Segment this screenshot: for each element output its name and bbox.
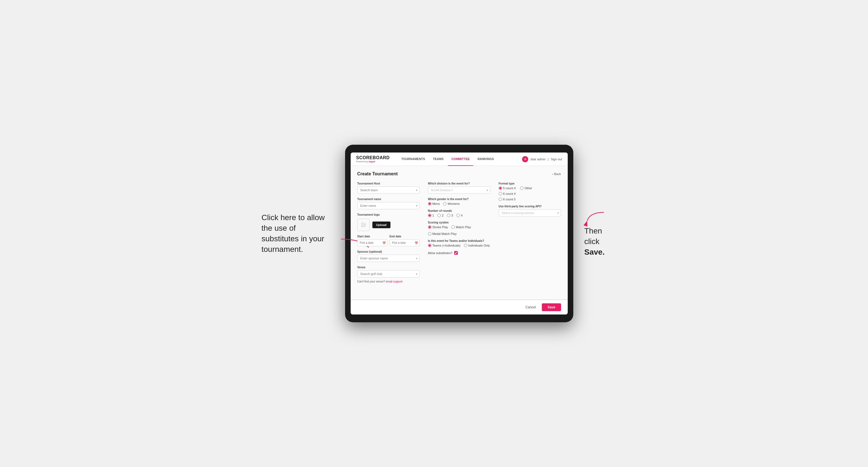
format-5count4-radio[interactable]	[499, 186, 502, 190]
end-date-group: End date 📅	[390, 235, 420, 246]
teams-label: Is this event for Teams and/or Individua…	[428, 239, 490, 242]
cancel-button[interactable]: Cancel	[522, 304, 539, 311]
rounds-1[interactable]: 1	[428, 214, 434, 217]
format-6count4-radio[interactable]	[499, 192, 502, 195]
teams-radio-group: Teams (+Individuals) Individuals Only	[428, 244, 490, 247]
format-options: 5 count 4 Other	[499, 186, 561, 201]
email-support-link[interactable]: email support	[386, 280, 402, 283]
scoring-system-label: Scoring system	[428, 221, 490, 224]
upload-button[interactable]: Upload	[372, 221, 391, 228]
form-section-middle: Which division is the event for? NCAA Di…	[428, 182, 490, 283]
logo-placeholder	[357, 219, 370, 231]
svg-point-2	[362, 224, 363, 224]
rounds-group: Number of rounds 1 2	[428, 209, 490, 217]
division-select[interactable]: NCAA Division I	[428, 186, 490, 194]
rounds-3-radio[interactable]	[447, 214, 450, 217]
sponsor-wrapper	[357, 255, 420, 262]
annotation-right: Then click Save.	[584, 226, 607, 257]
rounds-4[interactable]: 4	[456, 214, 463, 217]
sponsor-group: Sponsor (optional)	[357, 250, 420, 262]
venue-input[interactable]	[357, 270, 420, 278]
format-other[interactable]: Other	[520, 186, 532, 190]
format-6count5-radio[interactable]	[499, 197, 502, 201]
sign-out-link[interactable]: Sign out	[551, 158, 562, 161]
format-row-3: 6 count 5	[499, 197, 561, 201]
nav-committee[interactable]: COMMITTEE	[448, 153, 473, 166]
scoring-match[interactable]: Match Play	[452, 225, 471, 229]
scoring-match-radio[interactable]	[452, 225, 455, 229]
division-group: Which division is the event for? NCAA Di…	[428, 182, 490, 194]
nav-logo: SCOREBOARD Powered by clippd	[356, 155, 390, 163]
tournament-logo-label: Tournament logo	[357, 213, 420, 216]
avatar: B	[522, 156, 528, 162]
venue-label: Venue	[357, 266, 420, 269]
nav-tournaments[interactable]: TOURNAMENTS	[398, 153, 428, 166]
start-date-group: Start date 📅	[357, 235, 388, 246]
page-title: Create Tournament	[357, 172, 398, 177]
tournament-host-group: Tournament Host	[357, 182, 420, 194]
start-date-label: Start date	[357, 235, 388, 238]
venue-wrapper	[357, 270, 420, 278]
end-date-wrapper: 📅	[390, 239, 420, 246]
date-row: Start date 📅 End date	[357, 235, 420, 246]
gender-mens-radio[interactable]	[428, 202, 431, 206]
nav-teams[interactable]: TEAMS	[429, 153, 447, 166]
tournament-host-input[interactable]	[357, 186, 420, 194]
image-icon	[361, 222, 366, 227]
teams-plus-radio[interactable]	[428, 244, 431, 247]
gender-label: Which gender is the event for?	[428, 197, 490, 201]
scoring-stroke-radio[interactable]	[428, 225, 431, 229]
back-link[interactable]: ‹ Back	[552, 172, 561, 176]
rounds-4-radio[interactable]	[456, 214, 460, 217]
individuals-only[interactable]: Individuals Only	[464, 244, 490, 247]
individuals-only-radio[interactable]	[464, 244, 467, 247]
format-6count4[interactable]: 6 count 4	[499, 192, 516, 195]
scoring-api-wrapper: Select a scoring service	[499, 209, 561, 217]
date-group: Start date 📅 End date	[357, 235, 420, 246]
substitutes-group: Allow substitutes?	[428, 251, 490, 255]
rounds-1-radio[interactable]	[428, 214, 431, 217]
logo-brand: clippd	[368, 160, 375, 163]
tournament-name-input[interactable]	[357, 202, 420, 209]
format-row-2: 6 count 4	[499, 192, 561, 195]
venue-hint: Can't find your venue? email support	[357, 280, 420, 283]
gender-womens[interactable]: Womens	[443, 202, 460, 206]
scoring-medal-radio[interactable]	[428, 232, 431, 236]
scoring-system-group: Scoring system Stroke Play Match Play	[428, 221, 490, 236]
page-content: Create Tournament ‹ Back Tournament Host	[351, 166, 568, 300]
save-button[interactable]: Save	[542, 303, 561, 311]
format-group: Format type 5 count 4 Other	[499, 182, 561, 201]
tablet-screen: SCOREBOARD Powered by clippd TOURNAMENTS…	[351, 153, 568, 314]
format-5count4[interactable]: 5 count 4	[499, 186, 516, 190]
annotation-left: Click here to allow the use of substitut…	[261, 212, 334, 254]
user-name: blair admin	[530, 158, 546, 161]
teams-plus-individuals[interactable]: Teams (+Individuals)	[428, 244, 461, 247]
gender-womens-radio[interactable]	[443, 202, 446, 206]
logo-text: SCOREBOARD	[356, 155, 390, 160]
sponsor-label: Sponsor (optional)	[357, 250, 420, 253]
rounds-2-radio[interactable]	[437, 214, 441, 217]
gender-radio-group: Mens Womens	[428, 202, 490, 206]
rounds-3[interactable]: 3	[447, 214, 453, 217]
form-section-left: Tournament Host Tournament name	[357, 182, 420, 283]
scoring-stroke[interactable]: Stroke Play	[428, 225, 448, 229]
substitutes-label[interactable]: Allow substitutes?	[428, 251, 490, 255]
scoring-api-select[interactable]: Select a scoring service	[499, 209, 561, 217]
format-label: Format type	[499, 182, 561, 185]
format-row-1: 5 count 4 Other	[499, 186, 561, 190]
sponsor-input[interactable]	[357, 255, 420, 262]
scoring-medal[interactable]: Medal Match Play	[428, 232, 457, 236]
tournament-name-wrapper	[357, 202, 420, 209]
nav-rankings[interactable]: RANKINGS	[474, 153, 497, 166]
right-arrow	[584, 210, 607, 223]
rounds-2[interactable]: 2	[437, 214, 443, 217]
gender-mens[interactable]: Mens	[428, 202, 440, 206]
format-6count5[interactable]: 6 count 5	[499, 197, 516, 201]
venue-group: Venue Can't find your venue? email suppo…	[357, 266, 420, 283]
tournament-logo-group: Tournament logo Upload	[357, 213, 420, 231]
teams-group: Is this event for Teams and/or Individua…	[428, 239, 490, 247]
format-other-radio[interactable]	[520, 186, 524, 190]
nav-separator: |	[548, 158, 549, 161]
annotation-right-wrapper: Then click Save.	[584, 210, 607, 257]
substitutes-checkbox[interactable]	[454, 251, 458, 255]
